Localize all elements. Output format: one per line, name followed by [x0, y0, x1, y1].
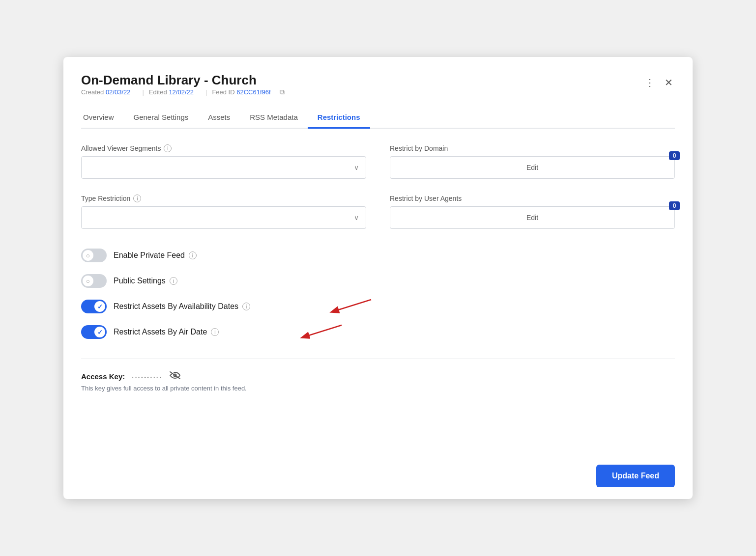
header-actions: ⋮ ✕ — [643, 75, 675, 90]
svg-line-1 — [332, 300, 371, 312]
title-area: On-Demand Library - Church Created 02/03… — [81, 73, 285, 106]
toggle-thumb: ○ — [83, 276, 93, 286]
restrict-by-user-agents-badge: 0 — [669, 201, 680, 210]
restrict-by-availability-dates-info-icon[interactable]: i — [242, 303, 250, 310]
enable-private-feed-row: ○ Enable Private Feed i — [81, 249, 675, 262]
restrict-by-user-agents-label: Restrict by User Agents — [390, 195, 675, 202]
restrict-by-air-date-label: Restrict Assets By Air Date i — [114, 328, 219, 336]
tab-overview[interactable]: Overview — [81, 108, 124, 129]
type-restriction-group: Type Restriction i ∨ — [81, 195, 366, 229]
meta-row: Created 02/03/22 | Edited 12/02/22 | Fee… — [81, 88, 285, 96]
modal-header: On-Demand Library - Church Created 02/03… — [81, 73, 675, 106]
copy-icon[interactable]: ⧉ — [280, 88, 285, 96]
restrict-by-user-agents-wrapper: Edit 0 — [390, 206, 675, 229]
allowed-viewer-segments-dropdown[interactable]: ∨ — [81, 156, 366, 179]
more-icon: ⋮ — [645, 77, 655, 88]
allowed-viewer-segments-group: Allowed Viewer Segments i ∨ — [81, 144, 366, 179]
edited-value: 12/02/22 — [169, 88, 194, 96]
tabs: Overview General Settings Assets RSS Met… — [81, 108, 675, 129]
toggles-section: ○ Enable Private Feed i ○ Public Sett — [81, 249, 675, 339]
sep1: | — [142, 88, 144, 96]
created-label: Created — [81, 88, 104, 96]
enable-private-feed-info-icon[interactable]: i — [189, 251, 197, 259]
created-value: 02/03/22 — [106, 88, 131, 96]
restrict-by-availability-dates-row: ✓ Restrict Assets By Availability Dates … — [81, 300, 675, 313]
restrict-by-domain-label: Restrict by Domain — [390, 144, 675, 152]
public-settings-row: ○ Public Settings i — [81, 274, 675, 288]
restrict-by-user-agents-edit[interactable]: Edit — [390, 206, 675, 229]
toggle-slider-off: ○ — [81, 274, 107, 288]
access-key-section: Access Key: ·········· This key gives fu… — [81, 359, 675, 392]
check-icon: ✓ — [97, 303, 103, 310]
toggle-thumb: ○ — [83, 250, 93, 261]
toggle-thumb: ✓ — [94, 327, 105, 337]
svg-line-3 — [302, 325, 342, 337]
type-restriction-info-icon[interactable]: i — [133, 195, 141, 202]
chevron-down-icon: ∨ — [354, 214, 359, 222]
public-settings-label: Public Settings i — [114, 277, 177, 285]
content-grid: Allowed Viewer Segments i ∨ Restrict by … — [81, 144, 675, 229]
access-key-row: Access Key: ·········· — [81, 370, 675, 383]
feed-id-label: Feed ID — [212, 88, 234, 96]
more-options-button[interactable]: ⋮ — [643, 75, 657, 90]
toggle-slider-on: ✓ — [81, 325, 107, 339]
access-key-dots: ·········· — [132, 372, 162, 381]
chevron-down-icon: ∨ — [354, 164, 359, 171]
tab-restrictions[interactable]: Restrictions — [308, 108, 370, 129]
arrow-annotation-2 — [288, 320, 347, 345]
off-icon: ○ — [86, 252, 90, 259]
edited-label: Edited — [149, 88, 167, 96]
update-feed-button[interactable]: Update Feed — [596, 465, 675, 487]
tab-general-settings[interactable]: General Settings — [124, 108, 199, 129]
access-key-label: Access Key: — [81, 372, 125, 381]
restrict-by-domain-badge: 0 — [669, 151, 680, 160]
restrict-by-availability-dates-toggle[interactable]: ✓ — [81, 300, 107, 313]
tab-rss-metadata[interactable]: RSS Metadata — [240, 108, 308, 129]
toggle-thumb: ✓ — [94, 301, 105, 312]
modal-footer: Update Feed — [596, 465, 675, 487]
close-button[interactable]: ✕ — [663, 75, 675, 90]
restrict-by-domain-edit[interactable]: Edit — [390, 156, 675, 179]
enable-private-feed-label: Enable Private Feed i — [114, 251, 197, 260]
close-icon: ✕ — [665, 77, 673, 88]
restrict-by-air-date-row: ✓ Restrict Assets By Air Date i — [81, 325, 675, 339]
allowed-viewer-segments-label: Allowed Viewer Segments i — [81, 144, 366, 152]
restrict-by-availability-dates-label: Restrict Assets By Availability Dates i — [114, 302, 250, 311]
allowed-viewer-segments-info-icon[interactable]: i — [164, 144, 172, 152]
restrict-by-domain-group: Restrict by Domain Edit 0 — [390, 144, 675, 179]
type-restriction-dropdown[interactable]: ∨ — [81, 206, 366, 229]
off-icon: ○ — [86, 278, 90, 285]
sep2: | — [205, 88, 207, 96]
toggle-slider-off: ○ — [81, 249, 107, 262]
type-restriction-label: Type Restriction i — [81, 195, 366, 202]
restrict-by-air-date-toggle[interactable]: ✓ — [81, 325, 107, 339]
restrict-by-domain-wrapper: Edit 0 — [390, 156, 675, 179]
check-icon: ✓ — [97, 329, 103, 336]
restrict-by-air-date-info-icon[interactable]: i — [211, 328, 219, 336]
tab-assets[interactable]: Assets — [198, 108, 240, 129]
restrict-by-user-agents-group: Restrict by User Agents Edit 0 — [390, 195, 675, 229]
public-settings-toggle[interactable]: ○ — [81, 274, 107, 288]
public-settings-info-icon[interactable]: i — [170, 277, 177, 285]
feed-id-value: 62CC61f96f — [236, 88, 270, 96]
eye-slash-icon[interactable] — [169, 370, 181, 383]
modal: On-Demand Library - Church Created 02/03… — [63, 57, 693, 499]
toggle-slider-on: ✓ — [81, 300, 107, 313]
access-key-hint: This key gives full access to all privat… — [81, 385, 675, 392]
modal-title: On-Demand Library - Church — [81, 73, 285, 88]
arrow-annotation-1 — [317, 295, 376, 319]
enable-private-feed-toggle[interactable]: ○ — [81, 249, 107, 262]
